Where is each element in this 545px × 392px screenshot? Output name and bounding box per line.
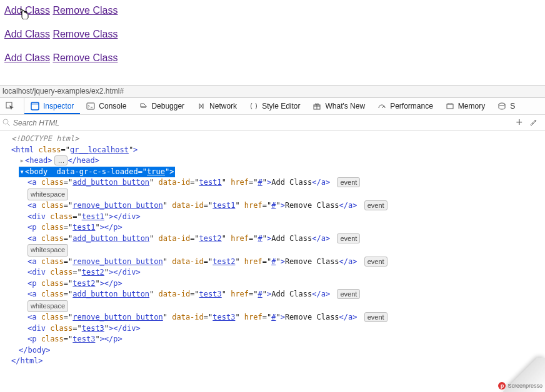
add-class-link-2[interactable]: Add Class — [4, 29, 50, 39]
event-badge[interactable]: event — [337, 289, 360, 299]
svg-rect-3 — [87, 103, 94, 109]
div-test2[interactable]: <div class="test2"></div> — [28, 267, 545, 278]
remove-class-link-1[interactable]: Remove Class — [52, 5, 118, 16]
gauge-icon — [378, 102, 386, 110]
add-node-button[interactable]: + — [516, 116, 522, 129]
tab-debugger[interactable]: Debugger — [132, 98, 191, 114]
pick-element-button[interactable] — [0, 98, 24, 114]
add-class-link-3[interactable]: Add Class — [4, 52, 50, 63]
add-class-link-1[interactable]: Add Class — [4, 5, 50, 16]
network-icon — [197, 102, 206, 110]
tab-storage-cut[interactable]: S — [491, 98, 521, 114]
search-html-input[interactable] — [13, 119, 511, 127]
tab-inspector[interactable]: Inspector — [24, 98, 80, 114]
event-badge[interactable]: event — [337, 233, 360, 243]
whitespace-badge: whitespace — [28, 300, 68, 313]
event-badge[interactable]: event — [364, 257, 388, 267]
search-icon — [2, 119, 11, 127]
event-badge[interactable]: event — [337, 177, 360, 187]
a-add-test2[interactable]: <a class="add_button button" data-id="te… — [28, 233, 545, 245]
doctype: <!DOCTYPE html> — [11, 134, 79, 143]
debugger-icon — [139, 102, 148, 110]
tab-console[interactable]: Console — [80, 98, 132, 114]
body-node-selected[interactable]: ▾<body data-gr-c-s-loaded="true"> — [11, 167, 545, 178]
a-add-test3[interactable]: <a class="add_button button" data-id="te… — [28, 289, 545, 300]
remove-class-link-2[interactable]: Remove Class — [52, 29, 118, 39]
tab-memory-label: Memory — [458, 102, 485, 110]
html-search-row: + — [0, 115, 545, 131]
p-test2[interactable]: <p class="test2"></p> — [28, 278, 545, 290]
div-test3[interactable]: <div class="test3"></div> — [28, 323, 545, 335]
gift-icon — [312, 102, 321, 110]
tab-style-editor[interactable]: Style Editor — [243, 98, 306, 114]
a-remove-test3[interactable]: <a class="remove_button button" data-id=… — [28, 312, 545, 323]
screenpresso-watermark: pScreenpresso — [489, 355, 545, 392]
tab-network[interactable]: Network — [191, 98, 243, 114]
whitespace-badge: whitespace — [28, 189, 68, 201]
p-test1[interactable]: <p class="test1"></p> — [28, 222, 545, 233]
svg-point-7 — [3, 119, 8, 124]
tab-debugger-label: Debugger — [151, 102, 184, 110]
addressbar: localhost/jquery-examples/ex2.html# — [0, 86, 545, 97]
tab-whatsnew-label: What's New — [325, 102, 365, 110]
a-remove-test1[interactable]: <a class="remove_button button" data-id=… — [28, 200, 545, 212]
dom-tree[interactable]: <!DOCTYPE html> <html class="gr__localho… — [0, 131, 545, 392]
head-node[interactable]: ▸<head>…</head> — [19, 155, 545, 167]
tab-console-label: Console — [99, 102, 126, 110]
event-badge[interactable]: event — [364, 312, 388, 322]
html-close[interactable]: </html> — [11, 356, 545, 367]
page-content: Add Class Remove Class Add Class Remove … — [0, 0, 545, 81]
devtools-toolbar: Inspector Console Debugger Network Style… — [0, 97, 545, 115]
svg-rect-5 — [447, 104, 453, 109]
tab-style-label: Style Editor — [262, 102, 300, 110]
picker-icon — [6, 102, 14, 110]
a-remove-test2[interactable]: <a class="remove_button button" data-id=… — [28, 257, 545, 268]
a-add-test1[interactable]: <a class="add_button button" data-id="te… — [28, 177, 545, 189]
style-icon — [249, 102, 258, 110]
whitespace-badge: whitespace — [28, 244, 68, 257]
svg-rect-2 — [31, 102, 39, 105]
eyedropper-icon[interactable] — [529, 119, 538, 127]
console-icon — [86, 102, 95, 110]
tab-network-label: Network — [209, 102, 237, 110]
memory-icon — [446, 102, 454, 110]
event-badge[interactable]: event — [364, 200, 388, 210]
tab-whats-new[interactable]: What's New — [306, 98, 371, 114]
div-test1[interactable]: <div class="test1"></div> — [28, 212, 545, 223]
tab-memory[interactable]: Memory — [439, 98, 491, 114]
p-test3[interactable]: <p class="test3"></p> — [28, 334, 545, 345]
tab-performance-label: Performance — [390, 102, 433, 110]
storage-icon — [498, 102, 506, 110]
tab-inspector-label: Inspector — [43, 102, 74, 110]
tab-storage-label: S — [510, 102, 515, 110]
remove-class-link-3[interactable]: Remove Class — [52, 52, 118, 63]
inspector-icon — [31, 102, 39, 110]
body-close[interactable]: </body> — [19, 345, 545, 356]
tab-performance[interactable]: Performance — [371, 98, 439, 114]
html-open[interactable]: <html class="gr__localhost"> — [11, 145, 545, 156]
svg-point-6 — [499, 103, 505, 105]
